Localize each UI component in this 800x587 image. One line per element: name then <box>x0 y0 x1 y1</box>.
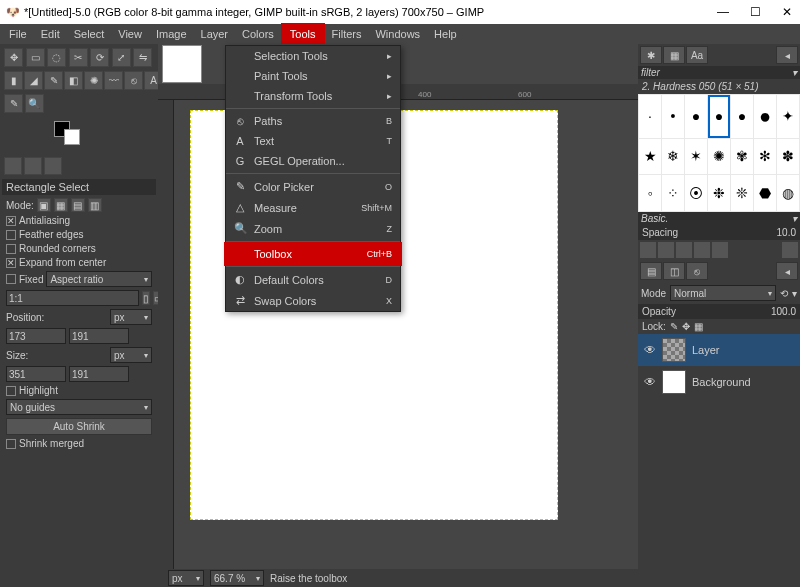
feather-checkbox[interactable] <box>6 230 16 240</box>
visibility-eye-icon[interactable]: 👁 <box>644 375 656 389</box>
chevron-down-icon[interactable]: ▾ <box>792 213 797 224</box>
mode-add-icon[interactable]: ▦ <box>54 198 68 212</box>
fg-bg-color[interactable] <box>2 115 156 155</box>
tool-zoom-icon[interactable]: 🔍 <box>25 94 44 113</box>
layers-tab-icon[interactable]: ▤ <box>640 262 662 280</box>
menu-default-colors[interactable]: ◐Default ColorsD <box>226 269 400 290</box>
window-maximize-button[interactable]: ☐ <box>748 5 762 19</box>
menu-swap-colors[interactable]: ⇄Swap ColorsX <box>226 290 400 311</box>
tool-eraser-icon[interactable]: ◧ <box>64 71 83 90</box>
brush-item[interactable]: ✦ <box>777 95 799 138</box>
brush-item[interactable]: ◍ <box>777 175 799 211</box>
size-unit-select[interactable]: px▾ <box>110 347 152 363</box>
tool-bucket-icon[interactable]: ▮ <box>4 71 23 90</box>
tool-pencil-icon[interactable]: ✎ <box>44 71 63 90</box>
menu-gegl[interactable]: GGEGL Operation... <box>226 151 400 171</box>
menu-image[interactable]: Image <box>149 25 194 43</box>
lock-alpha-icon[interactable]: ▦ <box>694 321 703 332</box>
brush-item[interactable]: ● <box>731 95 753 138</box>
layer-row[interactable]: 👁 Layer <box>638 334 800 366</box>
patterns-tab-icon[interactable]: ▦ <box>663 46 685 64</box>
brush-item[interactable]: ✶ <box>685 139 707 175</box>
mode-intersect-icon[interactable]: ▥ <box>88 198 102 212</box>
brush-item[interactable]: ❄ <box>662 139 684 175</box>
aspect-portrait-icon[interactable]: ▯ <box>142 291 150 305</box>
layer-row[interactable]: 👁 Background <box>638 366 800 398</box>
menu-color-picker[interactable]: ✎Color PickerO <box>226 176 400 197</box>
canvas-tab-thumb[interactable] <box>162 45 202 83</box>
tool-scale-icon[interactable]: ⤢ <box>112 48 131 67</box>
status-unit-select[interactable]: px▾ <box>168 570 204 586</box>
brush-item[interactable]: ✺ <box>708 139 730 175</box>
menu-toolbox[interactable]: ToolboxCtrl+B <box>226 244 400 264</box>
window-close-button[interactable]: ✕ <box>780 5 794 19</box>
aspect-value-input[interactable] <box>6 290 139 306</box>
brush-zoom-icon[interactable] <box>782 242 798 258</box>
expand-checkbox[interactable]: ✕ <box>6 258 16 268</box>
menu-select[interactable]: Select <box>67 25 112 43</box>
tool-rect-select-icon[interactable]: ▭ <box>26 48 45 67</box>
spacing-slider[interactable]: Spacing10.0 <box>638 225 800 240</box>
tool-picker-icon[interactable]: ✎ <box>4 94 23 113</box>
edit-brush-icon[interactable] <box>640 242 656 258</box>
menu-measure[interactable]: △MeasureShift+M <box>226 197 400 218</box>
highlight-checkbox[interactable] <box>6 386 16 396</box>
menu-help[interactable]: Help <box>427 25 464 43</box>
tool-rotate-icon[interactable]: ⟳ <box>90 48 109 67</box>
menu-layer[interactable]: Layer <box>194 25 236 43</box>
size-w-input[interactable] <box>6 366 66 382</box>
brush-indicator[interactable] <box>4 157 22 175</box>
tool-free-select-icon[interactable]: ◌ <box>47 48 66 67</box>
brush-item[interactable]: ● <box>685 95 707 138</box>
tool-crop-icon[interactable]: ✂ <box>69 48 88 67</box>
paths-tab-icon[interactable]: ⎋ <box>686 262 708 280</box>
brush-item[interactable]: ⁘ <box>662 175 684 211</box>
basic-preset[interactable]: Basic. <box>641 213 668 224</box>
brush-item[interactable]: ✾ <box>731 139 753 175</box>
tool-smudge-icon[interactable]: 〰 <box>104 71 123 90</box>
brush-item[interactable]: ❊ <box>731 175 753 211</box>
layer-name[interactable]: Background <box>692 376 751 388</box>
guides-select[interactable]: No guides▾ <box>6 399 152 415</box>
brush-filter-input[interactable]: filter <box>641 67 660 78</box>
rounded-checkbox[interactable] <box>6 244 16 254</box>
tool-gradient-icon[interactable]: ◢ <box>24 71 43 90</box>
menu-text[interactable]: ATextT <box>226 131 400 151</box>
lock-position-icon[interactable]: ✥ <box>682 321 690 332</box>
shrink-merged-checkbox[interactable] <box>6 439 16 449</box>
background-color-swatch[interactable] <box>64 129 80 145</box>
window-minimize-button[interactable]: — <box>716 5 730 19</box>
menu-windows[interactable]: Windows <box>368 25 427 43</box>
opacity-slider[interactable]: Opacity100.0 <box>638 304 800 319</box>
del-brush-icon[interactable] <box>694 242 710 258</box>
tool-flip-icon[interactable]: ⇋ <box>133 48 152 67</box>
lock-pixels-icon[interactable]: ✎ <box>670 321 678 332</box>
menu-tools[interactable]: Tools <box>281 23 325 45</box>
tab-menu-icon[interactable]: ◂ <box>776 46 798 64</box>
auto-shrink-button[interactable]: Auto Shrink <box>6 418 152 435</box>
mode-prev-icon[interactable]: ⟲ <box>780 288 788 299</box>
mode-sub-icon[interactable]: ▤ <box>71 198 85 212</box>
visibility-eye-icon[interactable]: 👁 <box>644 343 656 357</box>
status-zoom-select[interactable]: 66.7 %▾ <box>210 570 264 586</box>
new-brush-icon[interactable] <box>658 242 674 258</box>
menu-edit[interactable]: Edit <box>34 25 67 43</box>
channels-tab-icon[interactable]: ◫ <box>663 262 685 280</box>
menu-selection-tools[interactable]: Selection Tools▸ <box>226 46 400 66</box>
layer-mode-select[interactable]: Normal▾ <box>670 285 776 301</box>
tool-move-icon[interactable]: ✥ <box>4 48 23 67</box>
brush-item[interactable]: ⬣ <box>754 175 776 211</box>
menu-filters[interactable]: Filters <box>325 25 369 43</box>
refresh-brush-icon[interactable] <box>712 242 728 258</box>
antialiasing-checkbox[interactable]: ✕ <box>6 216 16 226</box>
brush-item[interactable]: · <box>639 95 661 138</box>
chevron-down-icon[interactable]: ▾ <box>792 67 797 78</box>
layer-name[interactable]: Layer <box>692 344 720 356</box>
aspect-ratio-select[interactable]: Aspect ratio▾ <box>46 271 152 287</box>
position-y-input[interactable] <box>69 328 129 344</box>
position-x-input[interactable] <box>6 328 66 344</box>
brushes-tab-icon[interactable]: ✱ <box>640 46 662 64</box>
brush-item[interactable]: ✻ <box>754 139 776 175</box>
brush-item[interactable]: ✽ <box>777 139 799 175</box>
tool-path-icon[interactable]: ⎋ <box>124 71 143 90</box>
